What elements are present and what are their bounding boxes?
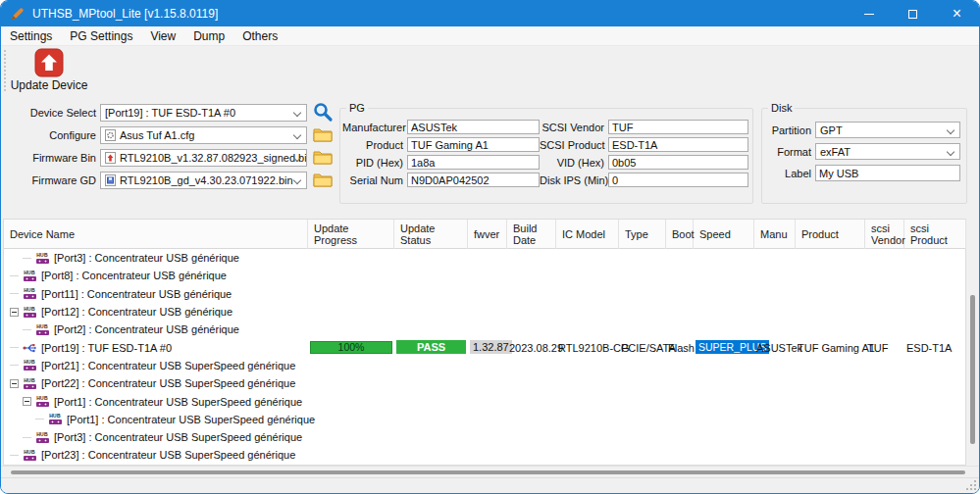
device-name: [Port1] : Concentrateur USB SuperSpeed g… bbox=[67, 414, 315, 425]
chevron-down-icon bbox=[947, 148, 954, 156]
device-select-label: Device Select bbox=[5, 107, 96, 119]
usb-hub-icon: HUB bbox=[23, 307, 36, 318]
tree-row[interactable]: HUB[Port3] : Concentrateur USB générique bbox=[4, 249, 965, 267]
column-header[interactable]: Update Progress bbox=[308, 220, 394, 249]
menu-pg-settings[interactable]: PG Settings bbox=[61, 29, 141, 43]
update-device-icon bbox=[34, 48, 64, 77]
menubar: Settings PG Settings View Dump Others bbox=[1, 26, 979, 46]
menu-dump[interactable]: Dump bbox=[184, 29, 233, 43]
browse-configure-button[interactable] bbox=[313, 127, 333, 142]
browse-firmware-bin-button[interactable] bbox=[313, 150, 333, 165]
pg-groupbox: PG Manufacturer Product PID (Hex) Serial… bbox=[339, 102, 753, 204]
column-header[interactable]: Product bbox=[796, 220, 865, 249]
device-tree: HUB[Port3] : Concentrateur USB générique… bbox=[4, 249, 965, 465]
tree-row[interactable]: HUB[Port21] : Concentrateur USB SuperSpe… bbox=[4, 357, 965, 374]
tree-connector bbox=[10, 275, 19, 276]
column-header[interactable]: Type bbox=[619, 220, 666, 249]
partition-combobox[interactable]: GPT bbox=[815, 122, 960, 138]
column-header[interactable]: Speed bbox=[694, 220, 754, 249]
pid-hex-field[interactable] bbox=[407, 155, 540, 170]
product-field[interactable] bbox=[407, 137, 540, 152]
device-name: [Port1] : Concentrateur USB SuperSpeed g… bbox=[54, 396, 302, 408]
column-header[interactable]: Device Name bbox=[4, 220, 308, 249]
horizontal-scrollbar[interactable] bbox=[1, 466, 979, 477]
manufacturer-field[interactable] bbox=[407, 120, 540, 134]
column-header[interactable]: Manu bbox=[754, 220, 796, 249]
folder-icon bbox=[313, 173, 333, 187]
partition-label: Partition bbox=[766, 124, 811, 136]
scsi-vendor-cell: TUF bbox=[867, 342, 888, 354]
device-name: [Port3] : Concentrateur USB générique bbox=[54, 252, 239, 264]
vid-hex-field[interactable] bbox=[608, 155, 748, 170]
usb-device-icon bbox=[23, 341, 36, 355]
disk-ips-field[interactable] bbox=[608, 173, 748, 187]
scsi-product-field[interactable] bbox=[608, 137, 748, 152]
column-header[interactable]: fwver bbox=[468, 220, 507, 249]
usb-hub-icon: HUB bbox=[35, 324, 49, 335]
minimize-icon bbox=[864, 14, 874, 15]
firmware-gd-label: Firmware GD bbox=[5, 174, 96, 186]
update-device-button[interactable]: Update Device bbox=[7, 48, 91, 95]
disk-ips-label: Disk IPS (Min) bbox=[540, 174, 604, 186]
usb-hub-icon: HUB bbox=[23, 360, 36, 370]
search-device-button[interactable] bbox=[312, 101, 334, 123]
horizontal-scrollbar-thumb[interactable] bbox=[11, 470, 965, 474]
menu-others[interactable]: Others bbox=[233, 29, 286, 43]
tree-row[interactable]: HUB[Port8] : Concentrateur USB générique bbox=[4, 267, 965, 284]
app-window: UTHSB_MPtool_Lite [v1.15.8.0119] × Setti… bbox=[0, 0, 980, 494]
tree-row[interactable]: HUB[Port1] : Concentrateur USB SuperSpee… bbox=[4, 392, 965, 410]
tree-row[interactable]: HUB[Port11] : Concentrateur USB génériqu… bbox=[4, 285, 965, 303]
device-table: Device NameUpdate ProgressUpdate Statusf… bbox=[3, 219, 966, 466]
scsi-product-cell: ESD-T1A bbox=[906, 342, 952, 354]
window-title: UTHSB_MPtool_Lite [v1.15.8.0119] bbox=[32, 7, 218, 21]
collapse-toggle[interactable] bbox=[10, 308, 19, 317]
vertical-scrollbar-thumb[interactable] bbox=[970, 295, 975, 444]
firmware-bin-combobox[interactable]: RTL9210B_v1.32.87.082923_signed.bin bbox=[100, 149, 307, 167]
vid-hex-label: VID (Hex) bbox=[540, 157, 604, 169]
chevron-down-icon bbox=[293, 109, 301, 117]
tree-row[interactable]: HUB[Port23] : Concentrateur USB SuperSpe… bbox=[4, 446, 965, 464]
toolbar: Update Device bbox=[1, 46, 979, 96]
serial-num-field[interactable] bbox=[407, 173, 540, 187]
label-field[interactable] bbox=[815, 165, 960, 181]
folder-icon bbox=[313, 150, 333, 165]
firmware-gd-combobox[interactable]: RTL9210B_gd_v4.30.23.071922.bin bbox=[100, 172, 307, 189]
usb-hub-icon: HUB bbox=[23, 271, 36, 281]
collapse-toggle[interactable] bbox=[23, 397, 31, 406]
tree-connector bbox=[23, 329, 31, 330]
tree-row[interactable]: HUB[Port3] : Concentrateur USB SuperSpee… bbox=[4, 428, 965, 446]
column-header[interactable]: Boot bbox=[666, 220, 694, 249]
column-header[interactable]: IC Model bbox=[556, 220, 619, 249]
collapse-toggle[interactable] bbox=[10, 379, 19, 388]
chevron-down-icon bbox=[293, 176, 301, 184]
menu-settings[interactable]: Settings bbox=[1, 29, 61, 43]
tree-row[interactable]: HUB[Port2] : Concentrateur USB générique bbox=[4, 321, 965, 338]
scsi-vendor-field[interactable] bbox=[608, 120, 748, 134]
toolbar-grip[interactable] bbox=[4, 50, 6, 91]
tree-row[interactable]: HUB[Port12] : Concentrateur USB génériqu… bbox=[4, 303, 965, 321]
column-header[interactable]: Update Status bbox=[394, 220, 468, 249]
configure-value: Asus Tuf A1.cfg bbox=[120, 129, 194, 141]
maximize-button[interactable] bbox=[891, 1, 935, 26]
format-combobox[interactable]: exFAT bbox=[815, 143, 960, 160]
column-header[interactable]: scsi Product bbox=[904, 220, 966, 249]
configure-combobox[interactable]: Asus Tuf A1.cfg bbox=[100, 126, 307, 144]
resize-grip-icon[interactable] bbox=[974, 488, 976, 490]
browse-firmware-gd-button[interactable] bbox=[313, 173, 333, 187]
tree-connector bbox=[10, 347, 19, 348]
menu-view[interactable]: View bbox=[141, 29, 184, 43]
close-button[interactable]: × bbox=[935, 1, 979, 26]
minimize-button[interactable] bbox=[847, 1, 891, 26]
tree-row[interactable]: HUB[Port22] : Concentrateur USB SuperSpe… bbox=[4, 374, 965, 392]
usb-hub-icon: HUB bbox=[23, 378, 36, 389]
format-value: exFAT bbox=[820, 146, 851, 158]
bin-file-icon bbox=[105, 152, 116, 164]
scsi-product-label: SCSI Product bbox=[540, 139, 604, 151]
tree-row[interactable]: [Port19] : TUF ESD-T1A #0100%PASS1.32.87… bbox=[4, 338, 965, 356]
tree-row[interactable]: HUB[Port1] : Concentrateur USB SuperSpee… bbox=[4, 411, 965, 428]
column-header[interactable]: Build Date bbox=[507, 220, 556, 249]
device-select-combobox[interactable]: [Port19] : TUF ESD-T1A #0 bbox=[100, 104, 307, 122]
folder-icon bbox=[313, 127, 333, 142]
vertical-scrollbar[interactable] bbox=[966, 219, 979, 466]
column-header[interactable]: scsi Vendor bbox=[865, 220, 904, 249]
